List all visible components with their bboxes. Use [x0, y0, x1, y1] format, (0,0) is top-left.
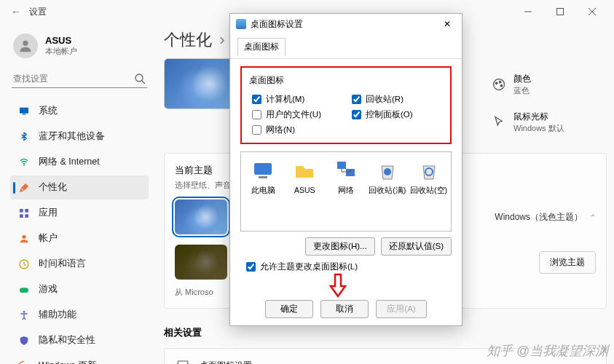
search-field[interactable] [13, 74, 134, 84]
dialog-close-button[interactable]: ✕ [438, 19, 456, 29]
svg-rect-27 [337, 162, 346, 169]
theme-thumb[interactable] [175, 199, 227, 234]
icon-item-pc[interactable]: 此电脑 [244, 158, 283, 196]
checkbox-control[interactable]: 控制面板(O) [352, 109, 446, 120]
sidebar-item-10[interactable]: Windows 更新 [10, 354, 149, 364]
pc-icon [251, 158, 275, 183]
svg-rect-11 [25, 209, 28, 213]
checkbox-network[interactable]: 网络(N) [252, 124, 346, 135]
user-sub: 本地帐户 [45, 46, 77, 57]
breadcrumb-root[interactable]: 个性化 [164, 31, 212, 49]
browse-themes-button[interactable]: 浏览主题 [539, 251, 596, 274]
theme-mode-label[interactable]: Windows（浅色主题） [495, 211, 583, 223]
option-color[interactable]: 颜色蓝色 [486, 66, 602, 103]
icon-item-bine[interactable]: 回收站(空) [409, 158, 448, 196]
minimize-button[interactable] [512, 1, 544, 22]
nav-label: 个性化 [39, 181, 67, 194]
search-input[interactable] [12, 70, 147, 88]
svg-point-20 [499, 81, 501, 83]
svg-rect-13 [25, 214, 28, 218]
related-heading: 相关设置 [164, 326, 607, 339]
svg-point-17 [23, 311, 25, 313]
annotation-highlight: 桌面图标 计算机(M) 用户的文件(U) 网络(N) 回收站(R) 控制面板(O… [240, 66, 452, 144]
sidebar-item-8[interactable]: 辅助功能 [10, 303, 149, 327]
checkbox-allow-theme[interactable]: 允许主题更改桌面图标(L) [246, 261, 452, 272]
brush-icon [18, 182, 30, 194]
svg-point-9 [23, 165, 25, 166]
apply-button[interactable]: 应用(A) [376, 300, 426, 318]
sidebar-item-2[interactable]: 网络 & Internet [10, 150, 149, 174]
option-cursor[interactable]: 鼠标光标Windows 默认 [486, 103, 602, 141]
nav-label: 辅助功能 [39, 309, 76, 321]
ok-button[interactable]: 确定 [265, 300, 313, 318]
monitor-icon [176, 359, 189, 364]
game-icon [18, 284, 30, 296]
svg-line-6 [142, 81, 145, 84]
person-icon [18, 233, 30, 245]
maximize-button[interactable] [544, 1, 576, 22]
nav-label: 系统 [39, 105, 58, 117]
binf-icon [375, 158, 400, 183]
cursor-icon [492, 115, 506, 130]
related-row-desktop-icons[interactable]: 桌面图标设置 [164, 348, 607, 364]
sidebar-item-1[interactable]: 蓝牙和其他设备 [10, 124, 149, 149]
sidebar-item-0[interactable]: 系统 [10, 99, 149, 123]
dialog-title: 桌面图标设置 [251, 18, 303, 31]
clock-icon [18, 258, 30, 270]
checkbox-computer[interactable]: 计算机(M) [252, 94, 346, 105]
theme-thumb[interactable] [175, 245, 227, 280]
svg-point-21 [500, 84, 503, 87]
user-name: ASUS [45, 35, 77, 46]
theme-thumbs [175, 199, 227, 234]
svg-point-19 [495, 82, 497, 84]
net-icon [334, 158, 358, 183]
dialog-tabs: 桌面图标 [230, 34, 462, 59]
nav-list: 系统蓝牙和其他设备网络 & Internet个性化应用帐户时间和语言游戏辅助功能… [6, 98, 153, 364]
tab-desktop-icons[interactable]: 桌面图标 [237, 38, 286, 56]
sidebar-item-4[interactable]: 应用 [10, 201, 149, 225]
checkbox-recycle[interactable]: 回收站(R) [352, 94, 446, 105]
bluetooth-icon [18, 131, 30, 143]
svg-rect-26 [259, 176, 267, 178]
nav-label: 游戏 [39, 283, 58, 296]
palette-icon [492, 77, 506, 92]
svg-rect-16 [20, 288, 28, 293]
search-icon [134, 73, 146, 84]
chevron-down-icon: ⌃ [590, 213, 596, 221]
nav-label: 网络 & Internet [39, 156, 100, 168]
svg-point-18 [494, 79, 505, 90]
svg-point-29 [384, 168, 391, 175]
wifi-icon [18, 157, 30, 168]
related-row-label: 桌面图标设置 [200, 360, 252, 365]
checkbox-userfiles[interactable]: 用户的文件(U) [252, 109, 346, 120]
icon-item-binf[interactable]: 回收站(满) [368, 158, 406, 196]
folder-icon [292, 158, 317, 183]
restore-default-button[interactable]: 还原默认值(S) [381, 237, 452, 256]
chevron-right-icon: › [219, 31, 224, 49]
update-icon [18, 360, 30, 365]
back-button[interactable]: ← [6, 6, 26, 17]
close-button[interactable] [576, 1, 608, 22]
sidebar-item-3[interactable]: 个性化 [10, 175, 149, 199]
sidebar-item-5[interactable]: 帐户 [10, 226, 149, 250]
svg-point-14 [22, 234, 25, 238]
annotation-arrow [328, 273, 348, 300]
nav-label: 时间和语言 [39, 258, 86, 270]
access-icon [18, 309, 30, 321]
apps-icon [18, 207, 30, 219]
cancel-button[interactable]: 取消 [320, 300, 369, 318]
svg-point-4 [23, 41, 28, 46]
icon-preview-box: 此电脑ASUS网络回收站(满)回收站(空) [240, 151, 452, 232]
user-block[interactable]: ASUS 本地帐户 [6, 29, 153, 63]
right-options: 颜色蓝色 鼠标光标Windows 默认 [486, 66, 602, 141]
sidebar-item-7[interactable]: 游戏 [10, 277, 149, 301]
change-icon-button[interactable]: 更改图标(H)... [305, 237, 375, 256]
icon-item-folder[interactable]: ASUS [286, 158, 324, 194]
sidebar-item-6[interactable]: 时间和语言 [10, 252, 149, 276]
svg-rect-22 [178, 361, 188, 364]
icon-item-net[interactable]: 网络 [327, 158, 366, 196]
nav-label: 应用 [39, 207, 58, 219]
sidebar-item-9[interactable]: 隐私和安全性 [10, 328, 149, 352]
dialog-titlebar: 桌面图标设置 ✕ [230, 14, 462, 34]
related-settings: 相关设置 桌面图标设置 [164, 326, 607, 364]
